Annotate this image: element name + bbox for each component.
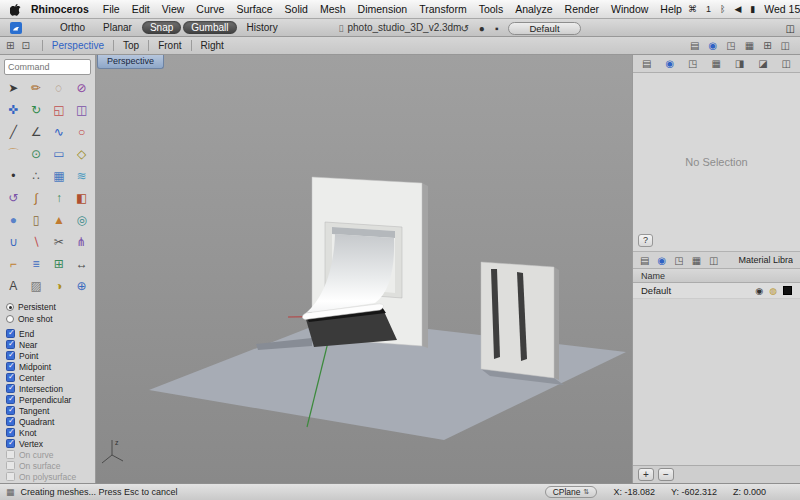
polyline-icon[interactable]: ∠ [25,121,48,143]
dimension-icon[interactable]: ↔ [70,253,93,275]
add-material-button[interactable]: + [638,468,654,481]
grid-panel-icon[interactable]: ▦ [745,40,754,51]
osnap-option[interactable]: Quadrant [6,416,89,427]
menubar-item[interactable]: Window [605,3,654,15]
osnap-option[interactable]: Near [6,339,89,350]
properties-icon[interactable]: ◉ [709,40,718,51]
material-row[interactable]: Default ◉◍ [633,283,800,299]
persistence-option[interactable]: One shot [6,313,89,325]
mirror-icon[interactable]: ◫ [70,99,93,121]
material-list-icon[interactable]: ▤ [640,255,649,266]
menubar-item[interactable]: View [156,3,191,15]
cplane-dropdown[interactable]: CPlane ⇅ [545,486,598,498]
grid-layout-icon[interactable]: ⊞ [6,40,14,51]
circle-icon[interactable]: ○ [70,121,93,143]
layers-tab-icon[interactable]: ▦ [711,58,720,69]
box-icon[interactable]: ◧ [70,187,93,209]
osnap-option[interactable]: End [6,328,89,339]
osnap-option[interactable]: Tangent [6,405,89,416]
point-cloud-icon[interactable]: ∴ [25,165,48,187]
render-icon[interactable]: ◑ [48,275,71,297]
boolean-union-icon[interactable]: ∪ [2,231,25,253]
display-panel-icon[interactable]: ◳ [726,40,735,51]
select-lasso-icon[interactable]: ◌ [48,77,71,99]
toolbar-toggle[interactable]: History [239,21,286,34]
text-icon[interactable]: A [2,275,25,297]
ellipse-icon[interactable]: ⊙ [25,143,48,165]
menubar-item[interactable]: Edit [126,3,156,15]
menubar-item[interactable]: Help [654,3,688,15]
display-mode-dropdown[interactable]: Default [508,22,580,35]
menubar-item[interactable]: Tools [473,3,510,15]
revolve-icon[interactable]: ↺ [2,187,25,209]
layout-slider-icon[interactable]: ▪ [495,23,499,34]
trim-icon[interactable]: ✂ [48,231,71,253]
keyboard-layout-icon[interactable]: ⌘ [688,4,697,14]
toolbar-toggle[interactable]: Ortho [52,21,93,34]
osnap-option[interactable]: On surface [6,460,89,471]
materials-tab-icon[interactable]: ◪ [758,58,767,69]
info-tab-icon[interactable]: ▤ [642,58,651,69]
curve-icon[interactable]: ∿ [48,121,71,143]
menubar-item[interactable]: Rhinoceros [25,3,97,15]
cone-icon[interactable]: ▲ [48,209,71,231]
scale-icon[interactable]: ◱ [48,99,71,121]
toolbar-toggle[interactable]: Planar [95,21,140,34]
menubar-item[interactable]: File [97,3,126,15]
apple-menu-icon[interactable] [10,3,21,16]
side-panel[interactable] [481,262,564,385]
array-icon[interactable]: ⊞ [48,253,71,275]
loft-icon[interactable]: ≋ [70,165,93,187]
menubar-item[interactable]: Transform [413,3,472,15]
viewport-tab[interactable]: Right [191,40,233,51]
viewport-tab[interactable]: Top [113,40,148,51]
selection-filter-icon[interactable]: ⊘ [70,77,93,99]
fillet-icon[interactable]: ⌐ [2,253,25,275]
surface-icon[interactable]: ▦ [48,165,71,187]
viewport-label[interactable]: Perspective [97,55,164,69]
menubar-item[interactable]: Surface [230,3,278,15]
offset-icon[interactable]: ≡ [25,253,48,275]
line-icon[interactable]: ╱ [2,121,25,143]
radio-selected-icon[interactable]: ◉ [755,286,763,296]
extrude-icon[interactable]: ↑ [48,187,71,209]
osnap-option[interactable]: Perpendicular [6,394,89,405]
menubar-item[interactable]: Curve [190,3,230,15]
undo-redo-icon[interactable]: ↺ [460,23,468,34]
layers-icon[interactable]: ▤ [690,40,699,51]
osnap-option[interactable]: Midpoint [6,361,89,372]
notes-panel-icon[interactable]: ◫ [781,40,790,51]
material-sphere-icon[interactable]: ◍ [769,286,777,296]
menubar-item[interactable]: Mesh [314,3,352,15]
menubar-item[interactable]: Analyze [509,3,558,15]
battery-icon[interactable]: ▮ [750,4,755,14]
material-library-icon[interactable]: ◫ [709,255,718,266]
table-panel-icon[interactable]: ⊞ [763,40,771,51]
viewport-tab[interactable]: Perspective [42,40,113,51]
help-button[interactable]: ? [638,234,653,247]
material-library-label[interactable]: Material Libra [738,255,793,265]
hatch-icon[interactable]: ▨ [25,275,48,297]
help-tab-icon[interactable]: ◫ [782,58,791,69]
toolbar-toggle[interactable]: Snap [142,21,181,34]
viewport-perspective[interactable]: z Perspective [96,55,632,483]
menubar-item[interactable]: Solid [279,3,314,15]
display-count[interactable]: 1 [706,4,711,14]
osnap-option[interactable]: On polysurface [6,471,89,482]
single-view-icon[interactable]: ⊡ [21,40,29,51]
split-icon[interactable]: ⋔ [70,231,93,253]
volume-icon[interactable]: ◀ [734,4,741,14]
persistence-option[interactable]: Persistent [6,301,89,313]
panel-toggle-icon[interactable]: ◫ [786,23,795,34]
select-brush-icon[interactable]: ✏ [25,77,48,99]
polygon-icon[interactable]: ◇ [70,143,93,165]
arc-icon[interactable]: ⌒ [2,143,25,165]
rectangle-icon[interactable]: ▭ [48,143,71,165]
osnap-option[interactable]: Vertex [6,438,89,449]
rotate-icon[interactable]: ↻ [25,99,48,121]
command-input[interactable] [4,59,91,75]
boolean-difference-icon[interactable]: ∖ [25,231,48,253]
toolbar-toggle[interactable]: Gumball [183,21,236,34]
osnap-option[interactable]: Intersection [6,383,89,394]
properties-tab-icon[interactable]: ◉ [665,58,674,69]
